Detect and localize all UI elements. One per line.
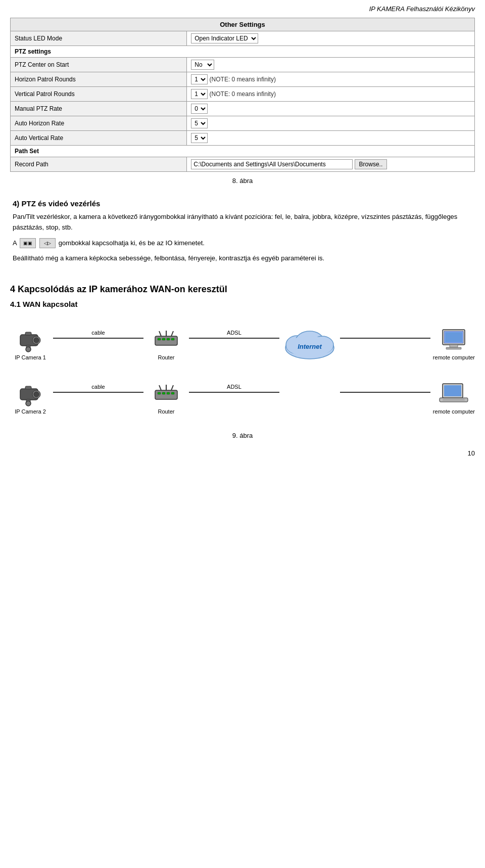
camera1-label: IP Camera 1	[15, 354, 46, 360]
network-diagram: IP Camera 1 cable Router	[10, 324, 475, 417]
label-status-led: Status LED Mode	[11, 31, 187, 46]
section-title: 4) PTZ és videó vezérlés	[13, 199, 472, 208]
label-auto-horizon: Auto Horizon Rate	[11, 116, 187, 131]
ipcam1-svg	[15, 327, 45, 352]
connector-empty1	[340, 338, 430, 339]
record-path-input[interactable]	[191, 159, 353, 169]
svg-line-36	[159, 385, 161, 390]
svg-rect-43	[444, 398, 464, 399]
value-auto-vertical[interactable]: 1 2 3 4 5	[187, 131, 475, 146]
device-remote2: remote computer	[433, 381, 475, 415]
value-horizon-patrol[interactable]: 0 1 2 3 (NOTE: 0 means infinity)	[187, 72, 475, 87]
adsl2-label: ADSL	[227, 384, 241, 390]
cable2-label: cable	[91, 384, 105, 390]
connector-adsl2: ADSL	[189, 392, 279, 393]
svg-line-11	[159, 331, 161, 336]
svg-point-27	[34, 392, 39, 397]
svg-rect-34	[167, 392, 170, 394]
svg-point-30	[26, 401, 31, 406]
device-router1: Router	[146, 327, 186, 360]
label-auto-vertical: Auto Vertical Rate	[11, 131, 187, 146]
diagram-row-2: IP Camera 2 cable Router	[10, 379, 475, 417]
vertical-patrol-note: (NOTE: 0 means infinity)	[210, 90, 276, 98]
svg-rect-31	[155, 390, 177, 399]
page-header: IP KAMERA Felhasználói Kézikönyv	[10, 5, 475, 13]
select-horizon-patrol[interactable]: 0 1 2 3	[191, 74, 208, 84]
value-status-led[interactable]: Open Indicator LED Close Indicator LED	[187, 31, 475, 46]
label-manual-ptz: Manual PTZ Rate	[11, 102, 187, 116]
io-icon-2: ◁▷	[39, 238, 56, 248]
value-record-path[interactable]: Browse..	[187, 157, 475, 172]
label-vertical-patrol: Vertical Patrol Rounds	[11, 87, 187, 102]
remote1-icon	[439, 327, 469, 352]
laptop2-svg	[439, 381, 469, 406]
section-content: 4) PTZ és videó vezérlés Pan/Tilt vezérl…	[10, 192, 475, 274]
select-manual-ptz[interactable]: 0 1 2 3 4 5	[191, 104, 208, 114]
svg-rect-28	[25, 386, 31, 389]
cable1-label: cable	[91, 330, 105, 336]
router2-label: Router	[158, 408, 174, 415]
horizon-patrol-note: (NOTE: 0 means infinity)	[210, 76, 276, 83]
remote2-label: remote computer	[433, 408, 475, 415]
device-router2: Router	[146, 381, 186, 415]
svg-rect-35	[171, 392, 174, 394]
value-ptz-center[interactable]: No Yes	[187, 58, 475, 72]
svg-point-2	[34, 338, 39, 343]
label-horizon-patrol: Horizon Patrol Rounds	[11, 72, 187, 87]
select-status-led[interactable]: Open Indicator LED Close Indicator LED	[191, 33, 258, 43]
remote1-label: remote computer	[433, 354, 475, 360]
select-ptz-center[interactable]: No Yes	[191, 60, 214, 70]
ipcam2-svg	[15, 381, 45, 406]
svg-rect-23	[450, 345, 458, 347]
adsl1-label: ADSL	[227, 330, 241, 336]
body-text-2: A ▣▣ ◁▷ gombokkal kapcsolhatja ki, és be…	[13, 238, 472, 249]
table-title: Other Settings	[11, 18, 475, 31]
value-vertical-patrol[interactable]: 0 1 2 3 (NOTE: 0 means infinity)	[187, 87, 475, 102]
svg-line-13	[171, 331, 173, 336]
camera2-icon	[15, 381, 45, 406]
label-ptz-center: PTZ Center on Start	[11, 58, 187, 72]
svg-rect-8	[162, 338, 165, 340]
connector-empty2	[340, 392, 430, 393]
select-auto-vertical[interactable]: 1 2 3 4 5	[191, 133, 208, 143]
svg-rect-40	[444, 385, 461, 396]
body-text-1: Pan/Tilt vezérléskor, a kamera a követke…	[13, 212, 472, 233]
ptz-section-label: PTZ settings	[11, 46, 475, 58]
settings-table: Other Settings Status LED Mode Open Indi…	[10, 18, 475, 172]
device-camera2: IP Camera 2	[10, 381, 51, 415]
router1-label: Router	[158, 354, 174, 360]
label-record-path: Record Path	[11, 157, 187, 172]
header-title: IP KAMERA Felhasználói Kézikönyv	[369, 5, 475, 13]
select-vertical-patrol[interactable]: 0 1 2 3	[191, 89, 208, 99]
connector-cable1: cable	[53, 338, 143, 339]
select-auto-horizon[interactable]: 1 2 3 4 5	[191, 118, 208, 128]
svg-line-38	[171, 385, 173, 390]
device-spacer	[282, 379, 337, 417]
sub-title: 4.1 WAN kapcsolat	[10, 300, 475, 308]
svg-rect-10	[171, 338, 174, 340]
value-auto-horizon[interactable]: 1 2 3 4 5	[187, 116, 475, 131]
svg-rect-24	[446, 347, 461, 349]
browse-button[interactable]: Browse..	[355, 159, 387, 169]
desktop1-svg	[439, 327, 469, 352]
svg-rect-32	[158, 392, 161, 394]
internet-cloud-icon: Internet	[282, 324, 337, 361]
internet-cloud-svg: Internet	[282, 324, 337, 361]
router1-svg	[151, 327, 181, 352]
remote2-icon	[439, 381, 469, 406]
chapter-title: 4 Kapcsolódás az IP kamerához WAN-on ker…	[10, 284, 475, 295]
spacer-icon	[282, 379, 337, 417]
device-camera1: IP Camera 1	[10, 327, 51, 360]
figure-caption-1: 8. ábra	[10, 177, 475, 185]
body-text-3: Beállítható még a kamera képkocka sebess…	[13, 253, 472, 264]
svg-text:Internet: Internet	[298, 343, 322, 350]
svg-point-5	[26, 347, 31, 352]
svg-rect-6	[155, 336, 177, 345]
svg-rect-7	[158, 338, 161, 340]
path-set-section-label: Path Set	[11, 146, 475, 157]
svg-rect-33	[162, 392, 165, 394]
camera2-label: IP Camera 2	[15, 408, 46, 415]
value-manual-ptz[interactable]: 0 1 2 3 4 5	[187, 102, 475, 116]
figure-caption-2: 9. ábra	[10, 432, 475, 439]
router2-svg	[151, 381, 181, 406]
